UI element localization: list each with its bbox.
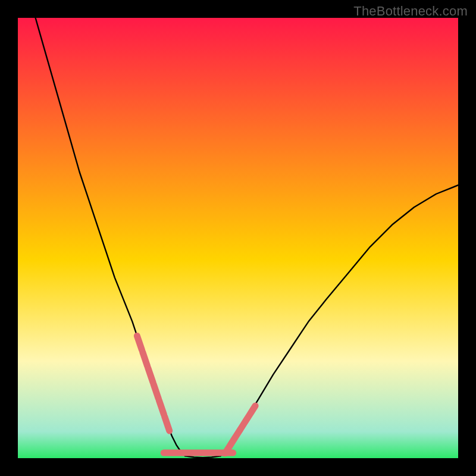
black-frame: TheBottleneck.com [0,0,476,476]
gradient-rect [18,18,458,458]
chart-svg [18,18,458,458]
pink-left-piece [143,352,148,367]
pink-left-piece [165,416,170,431]
pink-right-piece [250,406,255,413]
pink-left-piece [159,400,164,415]
pink-left-piece [148,368,153,383]
plot-area [18,18,458,458]
watermark-text: TheBottleneck.com [353,4,468,19]
pink-left-piece [154,384,158,399]
pink-left-piece [137,336,142,350]
